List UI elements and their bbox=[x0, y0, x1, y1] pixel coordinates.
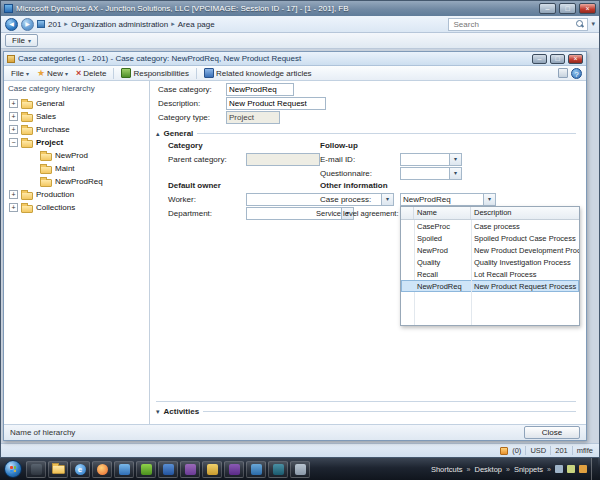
internet-explorer-icon[interactable]: e bbox=[70, 461, 90, 478]
expand-icon[interactable]: + bbox=[9, 125, 18, 134]
case-category-input[interactable] bbox=[226, 83, 294, 96]
lookup-row-recall[interactable]: Recall Lot Recall Process bbox=[401, 268, 579, 280]
visual-studio-icon[interactable] bbox=[224, 461, 244, 478]
close-button[interactable]: × bbox=[579, 3, 596, 14]
minimize-button[interactable]: – bbox=[539, 3, 556, 14]
lookup-row-quality[interactable]: Quality Quality Investigation Process bbox=[401, 256, 579, 268]
new-button[interactable]: ★ New ▾ bbox=[34, 67, 71, 80]
name-column-header[interactable]: Name bbox=[414, 207, 471, 219]
chevron-down-icon[interactable]: ▾ bbox=[449, 153, 462, 166]
child-minimize-button[interactable]: – bbox=[532, 54, 547, 64]
lookup-row-spoiled[interactable]: Spoiled Spoiled Product Case Process bbox=[401, 232, 579, 244]
toolbar-desktop-label[interactable]: Desktop bbox=[474, 465, 502, 474]
tree-item-maint[interactable]: Maint bbox=[4, 162, 149, 175]
case-category-form: Case category: Description: Category typ… bbox=[150, 81, 586, 424]
help-icon[interactable]: ? bbox=[571, 68, 582, 79]
tree-item-label: Purchase bbox=[36, 125, 70, 134]
lookup-row-newprod[interactable]: NewProd New Product Development Process bbox=[401, 244, 579, 256]
questionnaire-combobox[interactable]: ▾ bbox=[400, 167, 462, 180]
tree-item-general[interactable]: + General bbox=[4, 97, 149, 110]
tray-network-icon[interactable] bbox=[555, 465, 563, 473]
breadcrumb-company[interactable]: 201 bbox=[48, 20, 61, 29]
breadcrumb-module[interactable]: Organization administration bbox=[71, 20, 168, 29]
default-owner-group-label: Default owner bbox=[168, 181, 221, 190]
main-titlebar[interactable]: Microsoft Dynamics AX - Junction Solutio… bbox=[1, 1, 599, 16]
description-column-header[interactable]: Description bbox=[471, 207, 579, 219]
tree-item-label: NewProdReq bbox=[55, 177, 103, 186]
windows-taskbar: e Shortcuts » Desktop » Snippets » bbox=[0, 458, 600, 480]
general-section-header[interactable]: ▴ General bbox=[156, 127, 576, 140]
chevron-down-icon[interactable]: ▾ bbox=[449, 167, 462, 180]
notification-count[interactable]: (0) bbox=[512, 446, 521, 455]
child-restore-button[interactable]: □ bbox=[550, 54, 565, 64]
excel-icon[interactable] bbox=[136, 461, 156, 478]
document-icon[interactable] bbox=[558, 68, 568, 78]
file-menu-button[interactable]: File ▾ bbox=[5, 34, 38, 47]
explorer-folder-icon[interactable] bbox=[48, 461, 68, 478]
worker-label: Worker: bbox=[168, 195, 196, 204]
close-form-button[interactable]: Close bbox=[524, 426, 580, 439]
chevron-down-icon[interactable]: ▾ bbox=[381, 193, 394, 206]
lookup-row-caseproc[interactable]: CaseProc Case process bbox=[401, 220, 579, 232]
tree-item-purchase[interactable]: + Purchase bbox=[4, 123, 149, 136]
email-id-combobox[interactable]: ▾ bbox=[400, 153, 462, 166]
maximize-button[interactable]: □ bbox=[559, 3, 576, 14]
selector-column-header bbox=[401, 207, 414, 219]
child-close-button[interactable]: × bbox=[568, 54, 583, 64]
lookup-row-newprodreq-selected[interactable]: NewProdReq New Product Request Process bbox=[401, 280, 579, 292]
expand-icon[interactable]: + bbox=[9, 112, 18, 121]
tree-item-project[interactable]: − Project bbox=[4, 136, 149, 149]
folder-icon bbox=[21, 127, 33, 135]
responsibilities-button[interactable]: Responsibilities bbox=[118, 67, 192, 80]
back-button[interactable]: ◀ bbox=[5, 18, 18, 31]
powerpoint-icon[interactable] bbox=[202, 461, 222, 478]
home-icon[interactable] bbox=[37, 20, 45, 28]
notepad-icon[interactable] bbox=[290, 461, 310, 478]
search-scope-dropdown-icon[interactable]: ▾ bbox=[591, 20, 595, 28]
search-input[interactable] bbox=[451, 19, 575, 30]
expand-icon[interactable]: + bbox=[9, 99, 18, 108]
chevron-right-icon[interactable]: » bbox=[506, 466, 510, 473]
chevron-right-icon[interactable]: » bbox=[547, 466, 551, 473]
chevron-right-icon[interactable]: » bbox=[467, 466, 471, 473]
description-input[interactable] bbox=[226, 97, 326, 110]
tree-item-newprod[interactable]: NewProd bbox=[4, 149, 149, 162]
breadcrumb-page[interactable]: Area page bbox=[178, 20, 215, 29]
chevron-down-icon[interactable]: ▾ bbox=[483, 193, 496, 206]
start-button[interactable] bbox=[4, 460, 22, 478]
currency-indicator[interactable]: USD bbox=[530, 446, 546, 455]
onenote-icon[interactable] bbox=[180, 461, 200, 478]
case-process-combobox[interactable]: NewProdReq ▾ bbox=[400, 193, 496, 206]
child-titlebar[interactable]: Case categories (1 - 201) - Case categor… bbox=[4, 52, 586, 66]
expand-icon[interactable]: + bbox=[9, 203, 18, 212]
notification-flag-icon[interactable] bbox=[500, 447, 508, 455]
tree-item-production[interactable]: + Production bbox=[4, 188, 149, 201]
tray-volume-icon[interactable] bbox=[567, 465, 575, 473]
company-indicator[interactable]: 201 bbox=[555, 446, 568, 455]
tray-action-center-icon[interactable] bbox=[579, 465, 587, 473]
activities-section-header[interactable]: ▾ Activities bbox=[156, 405, 576, 418]
tree-item-sales[interactable]: + Sales bbox=[4, 110, 149, 123]
toolbar-shortcuts-label[interactable]: Shortcuts bbox=[431, 465, 463, 474]
tree-item-collections[interactable]: + Collections bbox=[4, 201, 149, 214]
related-knowledge-articles-button[interactable]: Related knowledge articles bbox=[201, 67, 315, 80]
delete-button[interactable]: × Delete bbox=[73, 67, 109, 80]
outlook-icon[interactable] bbox=[114, 461, 134, 478]
chevron-down-icon: ▾ bbox=[28, 37, 31, 44]
search-icon[interactable] bbox=[575, 19, 585, 29]
skype-icon[interactable] bbox=[246, 461, 266, 478]
word-icon[interactable] bbox=[158, 461, 178, 478]
child-file-menu-button[interactable]: File ▾ bbox=[8, 67, 32, 80]
expand-icon[interactable]: + bbox=[9, 190, 18, 199]
section-divider bbox=[203, 411, 576, 412]
sql-management-icon[interactable] bbox=[268, 461, 288, 478]
collapse-icon[interactable]: − bbox=[9, 138, 18, 147]
tree-item-newprodreq[interactable]: NewProdReq bbox=[4, 175, 149, 188]
cmd-app-icon[interactable] bbox=[26, 461, 46, 478]
toolbar-snippets-label[interactable]: Snippets bbox=[514, 465, 543, 474]
show-desktop-button[interactable] bbox=[591, 458, 598, 480]
tree-header: Case category hierarchy bbox=[4, 82, 149, 97]
forward-button[interactable]: ▶ bbox=[21, 18, 34, 31]
search-box[interactable] bbox=[448, 18, 588, 31]
firefox-icon[interactable] bbox=[92, 461, 112, 478]
